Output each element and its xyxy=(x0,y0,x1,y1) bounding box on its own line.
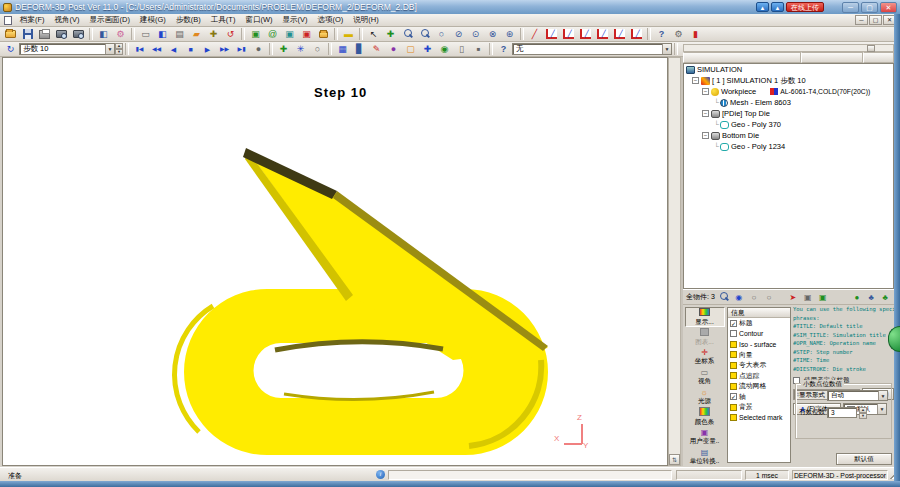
menu-window[interactable]: 窗口(W) xyxy=(241,14,276,26)
cube-gray-icon[interactable]: ▣ xyxy=(802,292,814,303)
pin-icon[interactable]: ➤ xyxy=(787,292,799,303)
rewind-icon[interactable]: ◀◀ xyxy=(148,43,165,56)
step-spinner[interactable]: ▲▼ xyxy=(115,43,123,55)
pan-icon[interactable]: ✚ xyxy=(382,28,399,41)
menu-options[interactable]: 选项(O) xyxy=(314,14,348,26)
zoom-window-icon[interactable] xyxy=(416,28,433,41)
graph-load-icon[interactable]: ╱ xyxy=(543,28,560,41)
last-step-icon[interactable]: ▶▮ xyxy=(233,43,250,56)
rotate-x-icon[interactable]: ⊘ xyxy=(450,28,467,41)
nav-coordinate[interactable]: ✛坐标系 xyxy=(685,347,725,367)
viewport-scrollbar[interactable]: ⇅ xyxy=(668,57,681,466)
menu-modeling[interactable]: 建模(G) xyxy=(136,14,170,26)
state-variable-icon[interactable]: ▦ xyxy=(334,43,351,56)
first-step-icon[interactable]: ▮◀ xyxy=(131,43,148,56)
sphere-purple-icon[interactable]: ● xyxy=(385,43,402,56)
stop-icon[interactable]: ■ xyxy=(182,43,199,56)
folder-small-icon[interactable] xyxy=(315,28,332,41)
new-window-icon[interactable]: ▭ xyxy=(137,28,154,41)
nav-uservars[interactable]: ▣用户变量.. xyxy=(685,427,725,447)
overlay-upload-badge[interactable]: 在线上传 xyxy=(786,2,824,12)
spheres-green-icon[interactable]: ◉ xyxy=(436,43,453,56)
share-icon[interactable]: ▲ xyxy=(771,2,784,12)
expander-icon[interactable]: − xyxy=(702,110,709,117)
capture-save-icon[interactable] xyxy=(70,28,87,41)
list-item-flownet[interactable]: 流动网格 xyxy=(728,381,790,392)
menu-view-angle[interactable]: 视角(V) xyxy=(51,14,84,26)
save-icon[interactable] xyxy=(19,28,36,41)
edit-pencil-icon[interactable]: ✎ xyxy=(368,43,385,56)
settings-gear-icon[interactable]: ⚙ xyxy=(670,28,687,41)
manual-book-icon[interactable]: ▮ xyxy=(687,28,704,41)
tree-root[interactable]: SIMULATION xyxy=(684,64,893,75)
graph-x2-icon[interactable]: ╱ xyxy=(611,28,628,41)
query-icon[interactable]: ? xyxy=(495,43,512,56)
list-item-isosurface[interactable]: Iso - surface xyxy=(728,339,790,350)
nav-units[interactable]: ▤单位转换.. xyxy=(685,447,725,467)
annotation-icon[interactable]: @ xyxy=(264,28,281,41)
minus-icon[interactable]: ▬ xyxy=(340,28,357,41)
list-item-selectedmark[interactable]: Selected mark xyxy=(728,413,790,424)
maximize-button[interactable]: ▢ xyxy=(861,2,878,13)
mesh-red-icon[interactable]: ▣ xyxy=(298,28,315,41)
preferences-icon[interactable]: ⚙ xyxy=(112,28,129,41)
shaded-object-icon[interactable]: ◉ xyxy=(733,292,745,303)
context-help-icon[interactable]: ? xyxy=(653,28,670,41)
mesh-green-icon[interactable]: ▣ xyxy=(247,28,264,41)
digits-spinner[interactable]: ▲▼ xyxy=(859,407,867,418)
menu-file[interactable]: 档案(F) xyxy=(16,14,49,26)
step-back-icon[interactable]: ◀ xyxy=(165,43,182,56)
open-icon[interactable] xyxy=(2,28,19,41)
tree-view-icon[interactable]: ♣ xyxy=(865,292,877,303)
object-orange-icon[interactable]: ▰ xyxy=(188,28,205,41)
list-item-vector[interactable]: 向量 xyxy=(728,350,790,361)
variable-combo-drop-icon[interactable]: ▼ xyxy=(662,44,671,54)
small-tool-icon[interactable]: ■ xyxy=(470,43,487,56)
title-bar[interactable]: DEFORM-3D Post Ver 11.0 - [C:/Users/Admi… xyxy=(0,0,900,14)
capture-icon[interactable] xyxy=(53,28,70,41)
workpiece-3d-shape[interactable] xyxy=(3,58,667,465)
layout-window-icon[interactable]: ◧ xyxy=(95,28,112,41)
tree-bottomdie[interactable]: − Bottom Die xyxy=(684,130,893,141)
variable-combo[interactable]: 无 ▼ xyxy=(512,43,672,55)
step-combo-drop-icon[interactable]: ▼ xyxy=(105,44,114,54)
display-format-combo[interactable]: 自动 ▼ xyxy=(827,390,888,401)
tree-hscrollbar[interactable] xyxy=(683,44,894,52)
menu-help[interactable]: 说明(H) xyxy=(349,14,382,26)
zoom-object-icon[interactable] xyxy=(718,292,730,303)
refresh-db-icon[interactable]: ↻ xyxy=(2,43,19,56)
tree-hscroll-button[interactable] xyxy=(867,45,875,52)
digits-field[interactable]: 3 xyxy=(827,407,857,418)
expander-icon[interactable]: − xyxy=(702,88,709,95)
hidden-object-icon[interactable]: ○ xyxy=(763,292,775,303)
graph-state-icon[interactable]: ╱ xyxy=(560,28,577,41)
zoom-icon[interactable] xyxy=(399,28,416,41)
menu-tools[interactable]: 工具(T) xyxy=(207,14,240,26)
list-item-background[interactable]: 背景 xyxy=(728,402,790,413)
upload-icon[interactable]: ▲ xyxy=(756,2,769,12)
window-orange-icon[interactable]: ▢ xyxy=(402,43,419,56)
split-window-icon[interactable]: ◧ xyxy=(154,28,171,41)
add-object-icon[interactable]: ✚ xyxy=(205,28,222,41)
tree-topdie[interactable]: − [PDie] Top Die xyxy=(684,108,893,119)
rotate-y-icon[interactable]: ⊙ xyxy=(467,28,484,41)
menu-show[interactable]: 显示(V) xyxy=(279,14,312,26)
rotate-all-icon[interactable]: ⊛ xyxy=(501,28,518,41)
flow-net-icon[interactable]: ╱ xyxy=(526,28,543,41)
format-drop-icon[interactable]: ▼ xyxy=(878,391,887,400)
rotate-z-icon[interactable]: ⊗ xyxy=(484,28,501,41)
reload-icon[interactable]: ↺ xyxy=(222,28,239,41)
step-forward-icon[interactable]: ▶ xyxy=(199,43,216,56)
nav-viewangle[interactable]: ▭视角 xyxy=(685,367,725,387)
tree-mesh[interactable]: └ Mesh - Elem 8603 xyxy=(684,97,893,108)
tree-simulation-1[interactable]: − [ 1 ] SIMULATION 1 步数 10 xyxy=(684,75,893,86)
viewport[interactable]: Step 10 Z X Y xyxy=(2,57,668,466)
tree-geo-topdie[interactable]: └ Geo - Poly 370 xyxy=(684,119,893,130)
nav-colorbar[interactable]: 颜色条 xyxy=(685,407,725,427)
nav-display[interactable]: 显示... xyxy=(685,307,725,327)
list-item-title[interactable]: ✓标题 xyxy=(728,318,790,329)
wireframe-object-icon[interactable]: ○ xyxy=(748,292,760,303)
expander-icon[interactable]: − xyxy=(702,132,709,139)
minimize-button[interactable]: ─ xyxy=(842,2,859,13)
tree-workpiece[interactable]: − Workpiece AL-6061-T4,COLD(70F(20C)) xyxy=(684,86,893,97)
